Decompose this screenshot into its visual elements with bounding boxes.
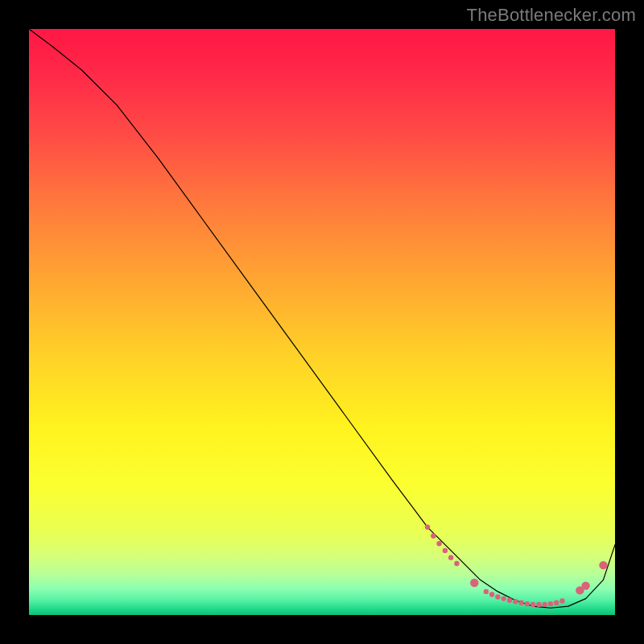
marker-point bbox=[542, 602, 547, 607]
watermark-text: TheBottlenecker.com bbox=[467, 5, 636, 26]
marker-point bbox=[454, 561, 459, 566]
marker-point bbox=[507, 598, 512, 603]
plot-area bbox=[29, 29, 615, 615]
marker-point bbox=[448, 555, 453, 559]
marker-point bbox=[495, 594, 500, 599]
marker-point bbox=[431, 534, 436, 539]
marker-point bbox=[443, 548, 448, 553]
marker-point bbox=[559, 598, 564, 603]
marker-point bbox=[501, 596, 506, 601]
marker-point bbox=[554, 601, 559, 605]
marker-point bbox=[525, 601, 530, 606]
marker-point bbox=[489, 592, 494, 597]
chart-svg bbox=[29, 29, 615, 615]
marker-point bbox=[513, 599, 518, 604]
marker-point bbox=[425, 525, 430, 530]
marker-point bbox=[518, 601, 523, 605]
marker-point bbox=[536, 602, 541, 607]
marker-point bbox=[530, 602, 535, 607]
marker-point bbox=[436, 541, 441, 546]
marker-point bbox=[599, 561, 607, 569]
marker-point bbox=[548, 601, 553, 606]
marker-point bbox=[470, 579, 478, 587]
chart-frame: TheBottlenecker.com bbox=[0, 0, 644, 644]
chart-background bbox=[29, 29, 615, 615]
marker-point bbox=[484, 589, 489, 594]
marker-point bbox=[581, 581, 589, 589]
